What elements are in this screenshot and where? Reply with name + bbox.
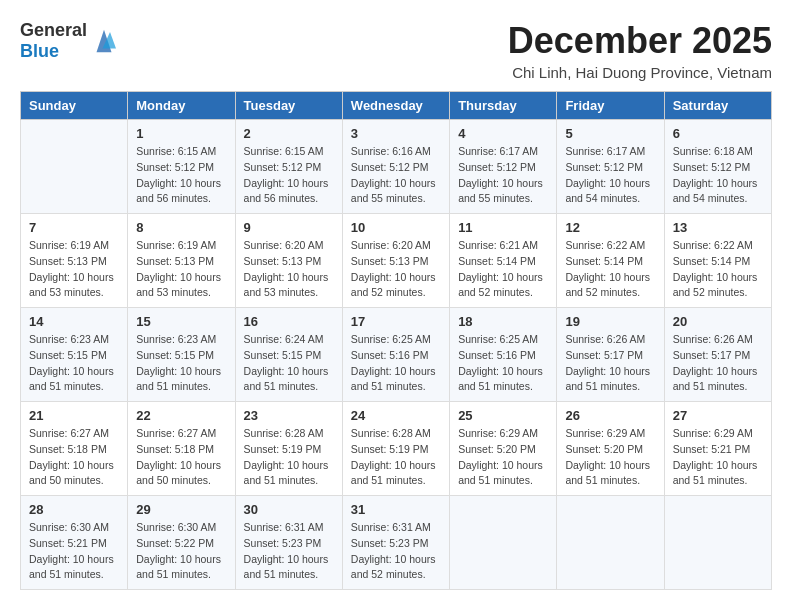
day-number: 7 [29,220,119,235]
calendar-cell: 10Sunrise: 6:20 AM Sunset: 5:13 PM Dayli… [342,214,449,308]
day-info: Sunrise: 6:24 AM Sunset: 5:15 PM Dayligh… [244,332,334,395]
calendar-cell: 6Sunrise: 6:18 AM Sunset: 5:12 PM Daylig… [664,120,771,214]
calendar-cell: 20Sunrise: 6:26 AM Sunset: 5:17 PM Dayli… [664,308,771,402]
day-info: Sunrise: 6:17 AM Sunset: 5:12 PM Dayligh… [565,144,655,207]
day-info: Sunrise: 6:15 AM Sunset: 5:12 PM Dayligh… [244,144,334,207]
day-info: Sunrise: 6:23 AM Sunset: 5:15 PM Dayligh… [136,332,226,395]
day-info: Sunrise: 6:19 AM Sunset: 5:13 PM Dayligh… [136,238,226,301]
calendar-cell: 2Sunrise: 6:15 AM Sunset: 5:12 PM Daylig… [235,120,342,214]
calendar-cell: 17Sunrise: 6:25 AM Sunset: 5:16 PM Dayli… [342,308,449,402]
day-number: 29 [136,502,226,517]
day-info: Sunrise: 6:22 AM Sunset: 5:14 PM Dayligh… [673,238,763,301]
day-number: 11 [458,220,548,235]
day-info: Sunrise: 6:22 AM Sunset: 5:14 PM Dayligh… [565,238,655,301]
day-info: Sunrise: 6:28 AM Sunset: 5:19 PM Dayligh… [351,426,441,489]
calendar-body: 1Sunrise: 6:15 AM Sunset: 5:12 PM Daylig… [21,120,772,590]
day-info: Sunrise: 6:17 AM Sunset: 5:12 PM Dayligh… [458,144,548,207]
calendar-cell: 24Sunrise: 6:28 AM Sunset: 5:19 PM Dayli… [342,402,449,496]
calendar-cell: 4Sunrise: 6:17 AM Sunset: 5:12 PM Daylig… [450,120,557,214]
day-info: Sunrise: 6:26 AM Sunset: 5:17 PM Dayligh… [673,332,763,395]
calendar-cell [450,496,557,590]
calendar-cell: 1Sunrise: 6:15 AM Sunset: 5:12 PM Daylig… [128,120,235,214]
day-number: 10 [351,220,441,235]
calendar-week-5: 28Sunrise: 6:30 AM Sunset: 5:21 PM Dayli… [21,496,772,590]
day-number: 17 [351,314,441,329]
calendar-cell: 26Sunrise: 6:29 AM Sunset: 5:20 PM Dayli… [557,402,664,496]
logo-blue: Blue [20,41,59,61]
calendar-table: SundayMondayTuesdayWednesdayThursdayFrid… [20,91,772,590]
calendar-cell: 12Sunrise: 6:22 AM Sunset: 5:14 PM Dayli… [557,214,664,308]
day-info: Sunrise: 6:26 AM Sunset: 5:17 PM Dayligh… [565,332,655,395]
logo-general: General [20,20,87,40]
day-info: Sunrise: 6:20 AM Sunset: 5:13 PM Dayligh… [244,238,334,301]
day-number: 31 [351,502,441,517]
day-info: Sunrise: 6:29 AM Sunset: 5:20 PM Dayligh… [565,426,655,489]
calendar-header-saturday: Saturday [664,92,771,120]
day-info: Sunrise: 6:27 AM Sunset: 5:18 PM Dayligh… [29,426,119,489]
day-info: Sunrise: 6:18 AM Sunset: 5:12 PM Dayligh… [673,144,763,207]
calendar-cell: 9Sunrise: 6:20 AM Sunset: 5:13 PM Daylig… [235,214,342,308]
day-info: Sunrise: 6:19 AM Sunset: 5:13 PM Dayligh… [29,238,119,301]
day-number: 24 [351,408,441,423]
calendar-week-2: 7Sunrise: 6:19 AM Sunset: 5:13 PM Daylig… [21,214,772,308]
calendar-cell: 5Sunrise: 6:17 AM Sunset: 5:12 PM Daylig… [557,120,664,214]
day-number: 6 [673,126,763,141]
day-info: Sunrise: 6:16 AM Sunset: 5:12 PM Dayligh… [351,144,441,207]
day-number: 9 [244,220,334,235]
calendar-cell [557,496,664,590]
day-info: Sunrise: 6:27 AM Sunset: 5:18 PM Dayligh… [136,426,226,489]
page-header: General Blue December 2025 Chi Linh, Hai… [20,20,772,81]
calendar-cell: 28Sunrise: 6:30 AM Sunset: 5:21 PM Dayli… [21,496,128,590]
calendar-header-tuesday: Tuesday [235,92,342,120]
day-number: 22 [136,408,226,423]
page-subtitle: Chi Linh, Hai Duong Province, Vietnam [508,64,772,81]
title-block: December 2025 Chi Linh, Hai Duong Provin… [508,20,772,81]
calendar-cell: 7Sunrise: 6:19 AM Sunset: 5:13 PM Daylig… [21,214,128,308]
page-title: December 2025 [508,20,772,62]
day-info: Sunrise: 6:31 AM Sunset: 5:23 PM Dayligh… [351,520,441,583]
calendar-cell [21,120,128,214]
day-number: 3 [351,126,441,141]
day-number: 18 [458,314,548,329]
day-info: Sunrise: 6:31 AM Sunset: 5:23 PM Dayligh… [244,520,334,583]
day-info: Sunrise: 6:29 AM Sunset: 5:20 PM Dayligh… [458,426,548,489]
day-number: 21 [29,408,119,423]
day-info: Sunrise: 6:29 AM Sunset: 5:21 PM Dayligh… [673,426,763,489]
logo-icon [89,26,119,56]
day-number: 14 [29,314,119,329]
day-info: Sunrise: 6:15 AM Sunset: 5:12 PM Dayligh… [136,144,226,207]
calendar-cell: 16Sunrise: 6:24 AM Sunset: 5:15 PM Dayli… [235,308,342,402]
calendar-cell: 22Sunrise: 6:27 AM Sunset: 5:18 PM Dayli… [128,402,235,496]
day-info: Sunrise: 6:23 AM Sunset: 5:15 PM Dayligh… [29,332,119,395]
calendar-cell: 31Sunrise: 6:31 AM Sunset: 5:23 PM Dayli… [342,496,449,590]
calendar-header-monday: Monday [128,92,235,120]
calendar-cell [664,496,771,590]
day-info: Sunrise: 6:30 AM Sunset: 5:21 PM Dayligh… [29,520,119,583]
calendar-week-3: 14Sunrise: 6:23 AM Sunset: 5:15 PM Dayli… [21,308,772,402]
calendar-cell: 13Sunrise: 6:22 AM Sunset: 5:14 PM Dayli… [664,214,771,308]
day-number: 8 [136,220,226,235]
day-number: 19 [565,314,655,329]
day-info: Sunrise: 6:20 AM Sunset: 5:13 PM Dayligh… [351,238,441,301]
day-number: 25 [458,408,548,423]
day-number: 26 [565,408,655,423]
day-number: 27 [673,408,763,423]
logo: General Blue [20,20,119,62]
day-info: Sunrise: 6:30 AM Sunset: 5:22 PM Dayligh… [136,520,226,583]
day-number: 13 [673,220,763,235]
day-number: 30 [244,502,334,517]
calendar-week-4: 21Sunrise: 6:27 AM Sunset: 5:18 PM Dayli… [21,402,772,496]
day-number: 16 [244,314,334,329]
calendar-cell: 14Sunrise: 6:23 AM Sunset: 5:15 PM Dayli… [21,308,128,402]
day-info: Sunrise: 6:21 AM Sunset: 5:14 PM Dayligh… [458,238,548,301]
day-number: 4 [458,126,548,141]
calendar-cell: 3Sunrise: 6:16 AM Sunset: 5:12 PM Daylig… [342,120,449,214]
calendar-cell: 15Sunrise: 6:23 AM Sunset: 5:15 PM Dayli… [128,308,235,402]
day-number: 1 [136,126,226,141]
day-number: 5 [565,126,655,141]
day-info: Sunrise: 6:25 AM Sunset: 5:16 PM Dayligh… [458,332,548,395]
day-number: 23 [244,408,334,423]
calendar-cell: 30Sunrise: 6:31 AM Sunset: 5:23 PM Dayli… [235,496,342,590]
calendar-cell: 23Sunrise: 6:28 AM Sunset: 5:19 PM Dayli… [235,402,342,496]
day-number: 15 [136,314,226,329]
